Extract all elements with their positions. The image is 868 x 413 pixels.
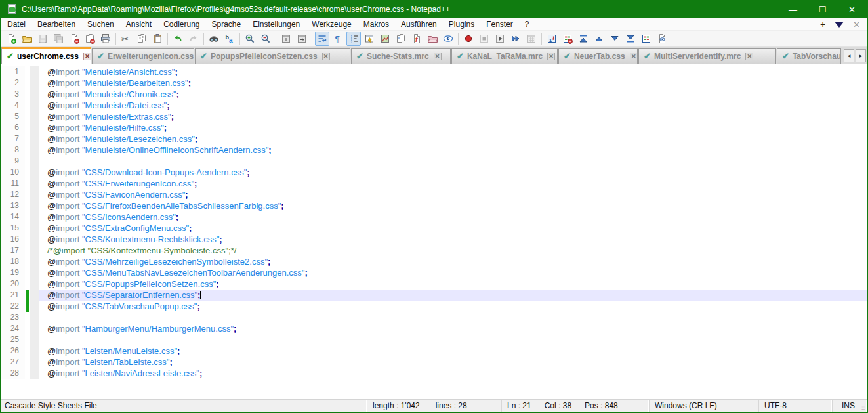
code-text[interactable] [39,334,867,345]
new-tab-plus-button[interactable]: + [820,19,825,30]
tab-neuertab-css[interactable]: ✔NeuerTab.css✕ [558,48,638,64]
code-text[interactable]: @import "Menuleiste/Ansicht.css"; [39,66,867,77]
editor-pane[interactable]: 1@import "Menuleiste/Ansicht.css";2@impo… [1,64,867,399]
fold-margin[interactable] [30,189,39,200]
editor-line[interactable]: 9 [1,156,867,167]
editor-line[interactable]: 1@import "Menuleiste/Ansicht.css"; [1,66,867,77]
menu-einstellungen[interactable]: Einstellungen [247,18,306,30]
tab-kanal-tarama-mrc[interactable]: ✔KaNaL_TaRaMa.mrc✕ [451,48,558,64]
code-text[interactable]: @import "HamburgerMenu/HamburgerMenu.css… [39,323,867,334]
macro-run-multiple-icon[interactable] [508,32,523,46]
code-text[interactable]: @import "CSS/FirefoxBeendenAlleTabsSchli… [39,200,867,211]
editor-line[interactable]: 19@import "CSS/MenuTabsNavLesezeichenToo… [1,267,867,278]
editor-line[interactable]: 23 [1,312,867,323]
editor-line[interactable]: 3@import "Menuleiste/Chronik.css"; [1,89,867,100]
fold-margin[interactable] [30,66,39,77]
fold-margin[interactable] [30,345,39,357]
zoom-out-icon[interactable] [258,32,273,46]
editor-line[interactable]: 8@import "Menuleiste/OnlineOfflineIconSc… [1,144,867,156]
macro-record-icon[interactable] [461,32,476,46]
goto-first-diff-icon[interactable] [576,32,590,46]
zoom-in-icon[interactable] [243,32,257,46]
editor-line[interactable]: 27@import "Leisten/TabLeiste.css"; [1,357,867,368]
document-map-icon[interactable] [378,32,392,46]
close-document-icon[interactable]: ✕ [853,20,860,30]
code-text[interactable] [39,156,867,167]
macro-play-icon[interactable] [493,32,507,46]
tab-close-icon[interactable]: ✕ [547,53,555,60]
compare-icon[interactable] [639,32,653,46]
fold-margin[interactable] [30,133,39,144]
code-text[interactable]: @import "Leisten/TabLeiste.css"; [39,357,867,368]
menu-werkzeuge[interactable]: Werkzeuge [306,18,357,30]
fold-margin[interactable] [30,334,39,345]
code-text[interactable]: @import "Menuleiste/Lesezeichen.css"; [39,133,867,144]
save-all-icon[interactable] [51,32,66,46]
editor-line[interactable]: 12@import "CSS/FaviconAendern.css"; [1,189,867,200]
editor-line[interactable]: 14@import "CSS/IconsAendern.css"; [1,211,867,223]
fold-margin[interactable] [30,178,39,189]
close-all-files-icon[interactable] [83,32,97,46]
editor-line[interactable]: 20@import "CSS/PopupsPfeileIconSetzen.cs… [1,278,867,290]
code-text[interactable]: @import "Menuleiste/Extras.css"; [39,111,867,122]
cut-icon[interactable]: ✂ [119,32,133,46]
compare-clear-icon[interactable] [560,32,575,46]
replace-icon[interactable]: ba [222,32,237,46]
redo-icon[interactable] [186,32,201,46]
fold-margin[interactable] [30,278,39,290]
tab-close-icon[interactable]: ✕ [745,53,753,60]
goto-prev-diff-icon[interactable] [592,32,606,46]
editor-line[interactable]: 15@import "CSS/ExtraConfigMenu.css"; [1,223,867,234]
print-icon[interactable] [98,32,113,46]
menu-help[interactable]: ? [519,18,535,30]
save-icon[interactable] [35,32,50,46]
editor-line[interactable]: 25 [1,334,867,345]
fold-margin[interactable] [30,167,39,178]
fold-margin[interactable] [30,301,39,312]
word-wrap-icon[interactable] [315,32,329,46]
copy-icon[interactable] [134,32,149,46]
menu-plugins[interactable]: Plugins [443,18,480,30]
editor-line[interactable]: 2@import "Menuleiste/Bearbeiten.css"; [1,77,867,89]
function-list-icon[interactable]: f [409,32,424,46]
status-eol-format[interactable]: Windows (CR LF) [650,400,759,412]
menu-fenster[interactable]: Fenster [480,18,519,30]
find-icon[interactable] [207,32,221,46]
fold-margin[interactable] [30,77,39,89]
tab-tabvorschaupopup-css[interactable]: ✔TabVorschauPopup.css [777,48,841,64]
code-text[interactable]: @import "CSS/ExtraConfigMenu.css"; [39,223,867,234]
code-text[interactable]: @import "CSS/ErweiterungenIcon.css"; [39,178,867,189]
fold-margin[interactable] [30,89,39,100]
editor-line[interactable]: 10@import "CSS/Download-Icon-Popups-Aend… [1,167,867,178]
monitoring-icon[interactable] [441,32,455,46]
maximize-button[interactable]: ☐ [808,0,837,18]
fold-margin[interactable] [30,156,39,167]
tab-close-icon[interactable]: ✕ [322,53,330,60]
document-list-icon[interactable] [394,32,408,46]
macro-save-icon[interactable] [524,32,539,46]
menu-ansicht[interactable]: Ansicht [120,18,157,30]
status-insert-mode[interactable]: INS [842,401,855,410]
tab-close-icon[interactable]: ✕ [83,53,91,60]
editor-line[interactable]: 6@import "Menuleiste/Hilfe.css"; [1,122,867,133]
fold-margin[interactable] [30,357,39,368]
resize-grip[interactable]: ⠿ [861,405,865,412]
fold-margin[interactable] [30,368,39,379]
editor-line[interactable]: 7@import "Menuleiste/Lesezeichen.css"; [1,133,867,144]
status-encoding[interactable]: UTF-8 [759,400,833,412]
editor-line[interactable]: 24@import "HamburgerMenu/HamburgerMenu.c… [1,323,867,334]
macro-stop-icon[interactable] [477,32,491,46]
code-text[interactable]: @import "Menuleiste/Bearbeiten.css"; [39,77,867,89]
editor-line[interactable]: 16@import "CSS/Kontextmenu-Rechtsklick.c… [1,234,867,245]
code-text[interactable]: @import "Menuleiste/OnlineOfflineIconSch… [39,144,867,156]
sync-horizontal-scrolling-icon[interactable] [295,32,309,46]
menu-suchen[interactable]: Suchen [81,18,120,30]
folder-as-workspace-icon[interactable] [425,32,440,46]
fold-margin[interactable] [30,290,39,301]
fold-margin[interactable] [30,122,39,133]
tab-userchrome-css[interactable]: ✔userChrome.css✕ [1,47,91,64]
editor-line[interactable]: 22@import "CSS/TabVorschauPopup.css"; [1,301,867,312]
code-text[interactable]: @import "Leisten/NaviAdressLeiste.css"; [39,368,867,379]
goto-last-diff-icon[interactable] [623,32,638,46]
code-text[interactable]: /*@import "CSS/Kontextmenu-Symboleiste.c… [39,245,867,256]
